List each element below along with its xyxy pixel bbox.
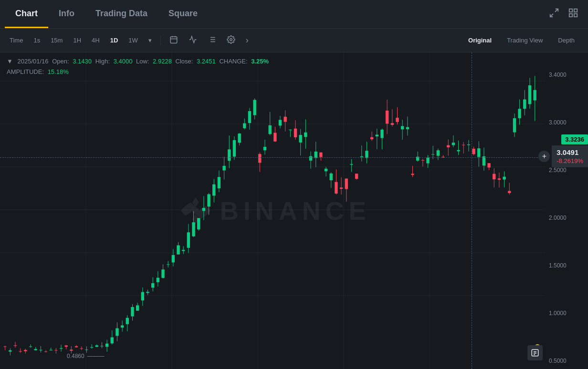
svg-point-16	[230, 38, 232, 41]
view-original-label: Original	[468, 37, 492, 44]
grid-icon[interactable]	[568, 8, 578, 20]
calendar-icon[interactable]	[166, 33, 182, 48]
tab-chart-label: Chart	[15, 9, 38, 19]
low-label: Low:	[136, 58, 149, 65]
high-label: High:	[95, 58, 110, 65]
ohlc-change: 3.25%	[251, 58, 269, 65]
tab-trading-data-label: Trading Data	[95, 9, 147, 19]
svg-line-1	[550, 14, 553, 17]
lines-icon[interactable]	[185, 33, 201, 48]
view-depth[interactable]: Depth	[550, 35, 582, 46]
ohlc-info-bar: ▼ 2025/01/16 Open: 3.1430 High: 3.4000 L…	[0, 52, 275, 81]
price-axis: 3.4000 3.0000 2.5000 2.0000 1.5000 1.000…	[545, 52, 588, 369]
low-price-mark: 0.4860	[67, 353, 84, 359]
candlestick-chart[interactable]	[0, 52, 545, 369]
expand-price-button[interactable]: +	[538, 151, 550, 162]
tab-info[interactable]: Info	[48, 0, 85, 28]
price-level-3: 1.5000	[545, 262, 588, 269]
nav-tabs: Chart Info Trading Data Square	[5, 0, 208, 28]
chart-area: ▼ 2025/01/16 Open: 3.1430 High: 3.4000 L…	[0, 52, 588, 369]
svg-rect-3	[574, 9, 577, 12]
nav-icon-group	[549, 0, 583, 28]
svg-rect-2	[569, 9, 572, 12]
ohlc-open: 3.1430	[73, 58, 92, 65]
interval-1h[interactable]: 1H	[69, 35, 85, 46]
interval-1s[interactable]: 1s	[30, 35, 44, 46]
price-level-7: 3.4000	[545, 72, 588, 78]
svg-rect-5	[574, 14, 577, 17]
amplitude-label: AMPLITUDE:	[7, 68, 44, 75]
tab-trading-data[interactable]: Trading Data	[85, 0, 158, 28]
svg-line-0	[555, 9, 558, 12]
chart-toolbar: Time 1s 15m 1H 4H 1D 1W ▾	[0, 29, 588, 52]
interval-4h[interactable]: 4H	[88, 35, 104, 46]
ohlc-amplitude: 15.18%	[48, 68, 69, 75]
crosshair-horizontal	[0, 157, 545, 158]
price-callout-box: + 3.0491 -8.2619%	[552, 145, 588, 167]
toolbar-separator-1	[160, 36, 161, 45]
price-level-6: 3.0000	[545, 119, 588, 126]
view-original[interactable]: Original	[461, 35, 499, 46]
tab-square[interactable]: Square	[158, 0, 208, 28]
interval-1w[interactable]: 1W	[125, 35, 142, 46]
interval-1d[interactable]: 1D	[106, 35, 122, 46]
view-trading-view-label: Trading View	[507, 37, 543, 44]
change-label: CHANGE:	[219, 58, 247, 65]
view-depth-label: Depth	[558, 37, 575, 44]
current-price-value: 3.3236	[565, 136, 584, 143]
settings-icon[interactable]	[223, 33, 239, 48]
ohlc-high: 3.4000	[114, 58, 133, 65]
more-icon[interactable]: ›	[242, 33, 252, 47]
tab-square-label: Square	[168, 9, 198, 19]
fullscreen-icon[interactable]	[549, 8, 559, 20]
callout-change: -8.2619%	[556, 157, 583, 164]
current-price-tag: 3.3236	[561, 134, 588, 144]
indicators-icon[interactable]	[204, 33, 220, 48]
view-trading-view[interactable]: Trading View	[499, 35, 550, 46]
ohlc-close: 3.2451	[197, 58, 216, 65]
ohlc-date: 2025/01/16	[18, 58, 49, 65]
svg-rect-6	[170, 37, 177, 43]
tab-chart[interactable]: Chart	[5, 0, 48, 28]
price-level-4: 2.0000	[545, 215, 588, 221]
callout-price: 3.0491	[556, 148, 578, 156]
view-options: Original Trading View Depth	[461, 35, 582, 46]
price-level-5: 2.5000	[545, 167, 588, 174]
interval-15m[interactable]: 15m	[47, 35, 66, 46]
time-label: Time	[6, 35, 27, 46]
ohlc-low: 2.9228	[153, 58, 172, 65]
tab-info-label: Info	[59, 9, 74, 19]
bottom-price-label: 0.4860 ———	[67, 353, 105, 359]
order-button[interactable]	[527, 345, 543, 360]
price-level-1: 0.5000	[545, 358, 588, 364]
open-label: Open:	[52, 58, 69, 65]
close-label: Close:	[176, 58, 193, 65]
price-level-2: 1.0000	[545, 310, 588, 317]
top-navigation: Chart Info Trading Data Square	[0, 0, 588, 29]
svg-rect-4	[569, 14, 572, 17]
crosshair-vertical	[472, 52, 472, 369]
interval-dropdown[interactable]: ▾	[145, 35, 156, 46]
